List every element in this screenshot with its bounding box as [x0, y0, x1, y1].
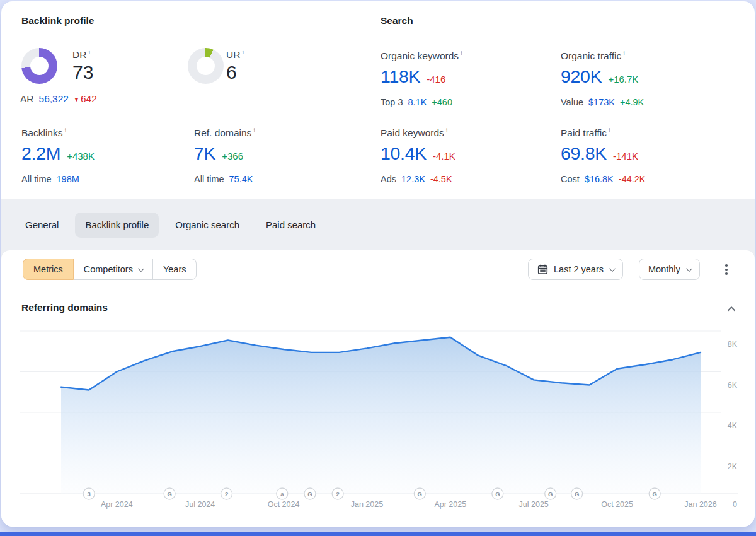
svg-text:Oct 2025: Oct 2025 — [601, 500, 633, 509]
tab-backlink-profile[interactable]: Backlink profile — [75, 213, 159, 238]
svg-text:G: G — [575, 491, 579, 498]
svg-text:8K: 8K — [728, 340, 738, 349]
svg-text:G: G — [548, 491, 553, 498]
granularity-button[interactable]: Monthly — [639, 259, 700, 280]
ur-donut-chart — [188, 48, 224, 84]
info-icon[interactable] — [86, 47, 90, 61]
organic-traffic-metric: Organic traffic 920K +16.7K Value $173K … — [561, 48, 644, 108]
backlinks-delta: +438K — [67, 146, 94, 167]
paid-keywords-value[interactable]: 10.4K — [381, 143, 427, 164]
info-icon[interactable] — [607, 125, 610, 139]
svg-text:4K: 4K — [728, 421, 738, 430]
organic-traffic-label: Organic traffic — [561, 50, 621, 61]
svg-text:Jan 2026: Jan 2026 — [684, 500, 716, 509]
organic-keywords-delta: -416 — [427, 69, 445, 90]
ar-value[interactable]: 56,322 — [39, 93, 69, 105]
info-icon[interactable] — [62, 125, 66, 139]
ads-delta: -4.5K — [430, 173, 452, 185]
date-range-button[interactable]: Last 2 years — [528, 259, 623, 280]
section-divider — [370, 14, 370, 189]
value-delta: +4.9K — [620, 96, 644, 108]
paid-traffic-delta: -141K — [613, 146, 638, 167]
cost-value[interactable]: $16.8K — [585, 173, 614, 185]
value-amount[interactable]: $173K — [588, 96, 615, 108]
dr-donut-chart — [21, 48, 57, 84]
tab-paid-search[interactable]: Paid search — [256, 213, 326, 238]
svg-text:6K: 6K — [728, 381, 738, 390]
paid-traffic-label: Paid traffic — [561, 127, 607, 138]
view-segmented-control: Metrics Competitors Years — [23, 259, 197, 280]
organic-traffic-delta: +16.7K — [608, 69, 638, 90]
all-time-label: All time — [194, 173, 224, 185]
backlinks-label: Backlinks — [21, 127, 62, 138]
svg-text:2: 2 — [336, 491, 339, 498]
svg-text:G: G — [652, 491, 656, 498]
cost-label: Cost — [561, 173, 580, 185]
backlinks-value[interactable]: 2.2M — [21, 143, 60, 164]
years-button[interactable]: Years — [153, 259, 197, 280]
info-icon[interactable] — [444, 125, 448, 139]
bottom-accent-bar — [0, 532, 756, 536]
ar-rank-row: AR 56,322 642 — [20, 93, 97, 105]
paid-traffic-value[interactable]: 69.8K — [561, 143, 607, 164]
chevron-up-icon — [726, 303, 737, 315]
all-time-value[interactable]: 75.4K — [229, 173, 253, 185]
backlink-profile-section-title: Backlink profile — [21, 15, 94, 26]
ur-label: UR — [226, 49, 240, 60]
ref-domains-value[interactable]: 7K — [194, 143, 215, 164]
svg-text:Jan 2025: Jan 2025 — [351, 500, 383, 509]
chevron-down-icon — [609, 265, 616, 272]
svg-text:2: 2 — [225, 491, 228, 498]
svg-text:a: a — [280, 491, 284, 498]
svg-text:Jul 2025: Jul 2025 — [519, 500, 549, 509]
organic-keywords-label: Organic keywords — [381, 50, 459, 61]
svg-text:G: G — [307, 491, 312, 498]
paid-keywords-label: Paid keywords — [381, 127, 444, 138]
all-time-value[interactable]: 198M — [57, 173, 79, 185]
info-icon[interactable] — [240, 47, 244, 61]
svg-text:Apr 2024: Apr 2024 — [101, 500, 133, 509]
main-panel: Backlink profile DR 73 UR 6 AR 56,322 64… — [1, 1, 755, 527]
competitors-button[interactable]: Competitors — [74, 259, 153, 280]
info-icon[interactable] — [251, 125, 255, 139]
ur-value: 6 — [226, 62, 244, 83]
cost-delta: -44.2K — [619, 173, 646, 185]
svg-text:2K: 2K — [728, 462, 738, 471]
ref-domains-metric: Ref. domains 7K +366 All time 75.4K — [194, 125, 255, 185]
down-arrow-icon — [74, 93, 81, 104]
referring-domains-chart[interactable]: 8K6K4K2K0Apr 2024Jul 2024Oct 2024Jan 202… — [20, 325, 742, 514]
svg-text:Apr 2025: Apr 2025 — [434, 500, 466, 509]
organic-traffic-value[interactable]: 920K — [561, 66, 602, 87]
metrics-button[interactable]: Metrics — [23, 259, 74, 280]
paid-keywords-metric: Paid keywords 10.4K -4.1K Ads 12.3K -4.5… — [381, 125, 455, 185]
all-time-label: All time — [21, 173, 52, 185]
svg-text:G: G — [418, 491, 422, 498]
ref-domains-delta: +366 — [222, 146, 243, 167]
ar-label: AR — [20, 93, 34, 105]
svg-text:0: 0 — [733, 500, 737, 509]
ref-domains-label: Ref. domains — [194, 127, 251, 138]
calendar-icon — [537, 264, 548, 275]
chart-title: Referring domains — [21, 302, 108, 313]
search-section-title: Search — [381, 15, 413, 26]
collapse-section-button[interactable] — [726, 303, 737, 317]
ar-delta: 642 — [81, 93, 97, 104]
info-icon[interactable] — [621, 48, 625, 62]
chevron-down-icon — [686, 265, 692, 272]
dr-label: DR — [72, 49, 86, 60]
info-icon[interactable] — [459, 48, 462, 62]
ads-label: Ads — [381, 173, 396, 185]
organic-keywords-value[interactable]: 118K — [381, 66, 420, 87]
tab-organic-search[interactable]: Organic search — [165, 213, 249, 238]
dr-metric: DR 73 — [72, 47, 93, 83]
chart-panel: Metrics Competitors Years Last 2 years M… — [1, 250, 755, 527]
tab-general[interactable]: General — [15, 213, 69, 238]
backlinks-metric: Backlinks 2.2M +438K All time 198M — [21, 125, 94, 185]
organic-keywords-metric: Organic keywords 118K -416 Top 3 8.1K +4… — [381, 48, 462, 108]
ads-value[interactable]: 12.3K — [401, 173, 425, 185]
value-label: Value — [561, 96, 583, 108]
svg-text:3: 3 — [87, 491, 90, 498]
svg-text:G: G — [167, 491, 171, 498]
more-options-button[interactable] — [723, 262, 730, 277]
top3-value[interactable]: 8.1K — [408, 96, 427, 108]
